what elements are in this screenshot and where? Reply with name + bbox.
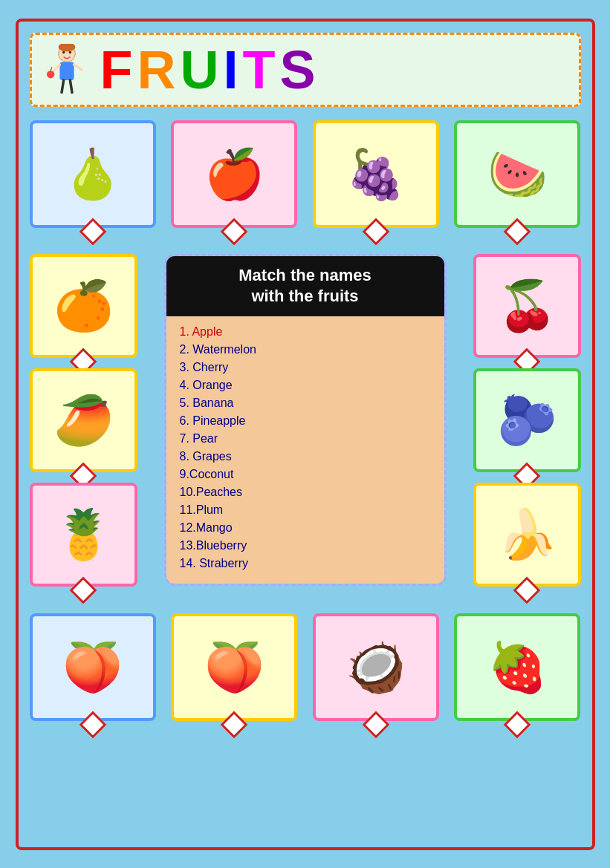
orange-emoji: 🍊 — [53, 281, 114, 330]
svg-point-9 — [46, 70, 54, 78]
svg-rect-4 — [59, 62, 74, 80]
diamond-watermelon — [507, 223, 528, 244]
diamond-plum — [82, 716, 103, 737]
middle-section: 🍊 🥭 🍍 Match the nameswith the fruits 1. … — [30, 254, 581, 587]
fruit-card-apple: 🍎 — [171, 120, 297, 228]
title-character-icon — [41, 44, 93, 96]
cherry-emoji: 🍒 — [497, 281, 557, 330]
list-item-2: 2. Watermelon — [180, 343, 431, 356]
list-item-10: 10.Peaches — [180, 486, 431, 499]
list-item-13: 13.Blueberry — [180, 539, 431, 552]
list-item-3: 3. Cherry — [180, 361, 431, 374]
diamond-peach — [224, 716, 244, 737]
pear-emoji: 🍐 — [62, 150, 123, 198]
list-item-7: 7. Pear — [180, 432, 431, 446]
list-item-11: 11.Plum — [180, 503, 431, 517]
title-letter-r: R — [137, 40, 180, 99]
title-letter-s: S — [279, 40, 319, 99]
svg-point-3 — [68, 50, 71, 53]
title-bar: FRUITS — [30, 33, 581, 107]
svg-line-7 — [62, 80, 64, 93]
mango-emoji: 🥭 — [53, 396, 114, 444]
pineapple-emoji: 🍍 — [53, 510, 114, 558]
banana-emoji: 🍌 — [497, 510, 557, 558]
list-item-9: 9.Coconut — [180, 468, 431, 481]
svg-line-6 — [74, 65, 82, 70]
fruit-card-grapes: 🍇 — [313, 120, 439, 228]
strawberry-emoji: 🍓 — [487, 643, 548, 691]
fruit-card-pineapple: 🍍 — [30, 483, 137, 587]
diamond-pear — [82, 223, 103, 244]
grapes-emoji: 🍇 — [345, 150, 406, 198]
fruit-card-cherry: 🍒 — [473, 254, 581, 358]
match-header-text: Match the nameswith the fruits — [239, 266, 371, 306]
blueberry-emoji: 🫐 — [497, 396, 557, 444]
title-letter-i: I — [223, 40, 242, 99]
fruit-card-strawberry: 🍓 — [454, 613, 580, 721]
watermelon-emoji: 🍉 — [487, 150, 548, 198]
list-item-6: 6. Pineapple — [180, 414, 431, 428]
top-fruit-row: 🍐 🍎 🍇 🍉 — [30, 120, 581, 228]
peach-emoji: 🍑 — [204, 643, 265, 691]
diamond-strawberry — [507, 716, 528, 737]
fruit-card-banana: 🍌 — [473, 483, 581, 587]
list-item-1: 1. Apple — [180, 325, 431, 339]
list-item-12: 12.Mango — [180, 521, 431, 535]
apple-emoji: 🍎 — [204, 150, 265, 198]
svg-line-8 — [70, 80, 72, 93]
title-letter-f: F — [100, 40, 137, 99]
title-letter-u: U — [180, 40, 223, 99]
plum-emoji: 🍑 — [62, 643, 123, 691]
diamond-grapes — [366, 223, 386, 244]
svg-line-10 — [51, 67, 52, 70]
match-list: 1. Apple 2. Watermelon 3. Cherry 4. Oran… — [166, 316, 444, 584]
svg-point-2 — [62, 50, 65, 53]
fruit-card-pear: 🍐 — [30, 120, 156, 228]
coconut-emoji: 🥥 — [345, 643, 406, 691]
match-header: Match the nameswith the fruits — [166, 256, 444, 316]
fruit-card-plum: 🍑 — [30, 613, 156, 721]
fruit-card-peach: 🍑 — [171, 613, 297, 721]
diamond-banana — [516, 581, 537, 602]
list-item-5: 5. Banana — [180, 397, 431, 410]
list-item-8: 8. Grapes — [180, 450, 431, 463]
fruit-card-blueberry: 🫐 — [473, 368, 581, 472]
diamond-coconut — [366, 716, 386, 737]
page: FRUITS 🍐 🍎 🍇 🍉 🍊 🥭 — [16, 19, 595, 850]
fruit-card-orange: 🍊 — [30, 254, 137, 358]
list-item-4: 4. Orange — [180, 379, 431, 392]
fruit-card-coconut: 🥥 — [313, 613, 439, 721]
diamond-apple — [224, 223, 244, 244]
right-fruit-col: 🍒 🫐 🍌 — [473, 254, 581, 587]
left-fruit-col: 🍊 🥭 🍍 — [30, 254, 137, 587]
title-letter-t: T — [243, 40, 280, 99]
center-box: Match the nameswith the fruits 1. Apple … — [143, 254, 467, 587]
diamond-pineapple — [73, 581, 94, 602]
list-item-14: 14. Straberry — [180, 557, 431, 570]
fruit-card-watermelon: 🍉 — [454, 120, 580, 228]
fruit-card-mango: 🥭 — [30, 368, 137, 472]
match-box: Match the nameswith the fruits 1. Apple … — [164, 254, 447, 586]
title-text: FRUITS — [100, 39, 320, 100]
bottom-fruit-row: 🍑 🍑 🥥 🍓 — [30, 613, 581, 721]
